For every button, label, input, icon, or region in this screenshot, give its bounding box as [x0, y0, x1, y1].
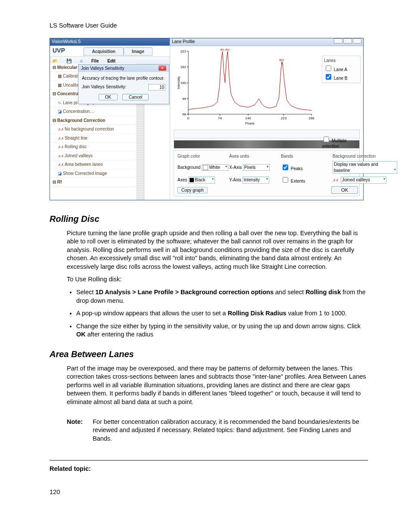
rolling-disc-p1: Picture turning the lane profile graph u… [67, 229, 368, 271]
tab-acquisition[interactable]: Acquisition [84, 47, 123, 56]
svg-text:140: 140 [245, 116, 251, 120]
item-show-corrected-image[interactable]: ◪Show Corrected Image [50, 169, 136, 178]
area-between-p1: Part of the image may be overexposed, an… [67, 364, 368, 407]
ok-button[interactable]: OK [99, 94, 118, 100]
svg-text:B1: B1 [221, 49, 225, 51]
item-no-bg-correction[interactable]: ∧∧No background correction [50, 125, 136, 134]
hdr-bg-correction: Background correction [333, 153, 397, 159]
lane-profile-chart: 5899140182223074140223288PixelsIntensity… [176, 49, 314, 126]
rolling-disc-bullet-1: Select 1D Analysis > Lane Profile > Back… [76, 288, 368, 305]
svg-text:74: 74 [218, 116, 222, 120]
axes-color-select[interactable]: Black [188, 177, 215, 184]
svg-text:Pixels: Pixels [245, 121, 254, 125]
app-screenshot: VisionWorksLS UVP Acquisition Image 📂 💾 … [50, 38, 364, 200]
panel-ok-button[interactable]: OK [331, 186, 358, 194]
svg-text:Intensity: Intensity [177, 76, 181, 89]
popup-title: Join Valleys Sensitivity [81, 65, 124, 72]
popup-label: Join Valleys Sensitivity: [82, 84, 126, 89]
peaks-checkbox[interactable]: Peaks [281, 166, 303, 171]
xaxis-select[interactable]: Pixels [243, 164, 270, 171]
item-rolling-disc[interactable]: ∧∧Rolling disc [50, 143, 136, 152]
bg-color-select[interactable]: White [202, 164, 228, 171]
yaxis-select[interactable]: Intensity [243, 177, 269, 184]
rolling-disc-bullet-2: A pop-up window appears that allows the … [76, 309, 368, 318]
item-joined-valleys[interactable]: ∧∧Joined vallleys [50, 152, 136, 161]
axes-label: Axes [177, 177, 187, 182]
bg-correction-select[interactable]: Joined vallleys [341, 177, 386, 184]
display-raw-select[interactable]: Display raw values and baseline [333, 161, 397, 174]
yaxis-label: Y-Axis [229, 177, 241, 182]
panel-title: Lane Profile [172, 39, 195, 45]
join-valleys-popup: Join Valleys Sensitivity ✕ Accuracy of t… [78, 64, 169, 105]
item-concentration[interactable]: ◪Concentration… [50, 107, 136, 116]
tab-image[interactable]: Image [124, 47, 153, 56]
hdr-bands: Bands [281, 153, 333, 159]
section-rf[interactable]: ⊟ Rf [50, 178, 136, 187]
app-title: VisionWorksLS [52, 39, 81, 45]
sensitivity-input[interactable] [148, 84, 165, 90]
popup-description: Accuracy of tracing the lane profile con… [82, 75, 165, 81]
svg-text:0: 0 [187, 116, 190, 120]
lane-b-checkbox[interactable]: Lane B [324, 73, 358, 81]
item-straight-line[interactable]: ∧∧Straight line [50, 134, 136, 143]
heading-area-between-lanes: Area Between Lanes [50, 348, 368, 360]
extents-checkbox[interactable]: Extents [281, 179, 305, 184]
svg-text:140: 140 [181, 81, 187, 85]
uvp-logo: UVP [53, 47, 65, 54]
chart-area: 5899140182223074140223288PixelsIntensity… [170, 46, 363, 128]
multiple-selection-checkbox[interactable]: Multiple selection [322, 135, 361, 149]
rolling-disc-p2: To Use Rolling disk: [67, 275, 368, 284]
section-bg-correction[interactable]: ⊟ Background Correction [50, 116, 136, 125]
xaxis-label: X-Axis [229, 165, 242, 170]
page-number: 120 [50, 488, 368, 497]
heading-rolling-disc: Rolling Disc [50, 213, 368, 225]
hdr-axes-units: Axes units [229, 153, 281, 159]
lanes-box: Lanes Lane A Lane B [322, 56, 361, 84]
lane-a-checkbox[interactable]: Lane A [324, 64, 358, 73]
related-topic: Related topic: [50, 465, 368, 473]
copy-graph-button[interactable]: Copy graph [177, 187, 208, 193]
page-header: LS Software User Guide [50, 22, 368, 30]
window-buttons[interactable] [333, 38, 361, 45]
svg-text:B3: B3 [280, 58, 284, 62]
hdr-graph-color: Graph color [177, 153, 229, 159]
svg-text:288: 288 [308, 116, 314, 120]
svg-text:58: 58 [182, 112, 186, 116]
item-area-between-lanes[interactable]: ∧∧Area between lanes [50, 160, 136, 169]
bg-label: Background [177, 165, 200, 170]
rolling-disc-bullet-3: Change the size either by typing in the … [76, 322, 368, 339]
svg-text:B2: B2 [225, 49, 230, 51]
note-text: For better concentration calibration acc… [93, 418, 368, 443]
svg-text:99: 99 [182, 96, 186, 100]
note-row: Note: For better concentration calibrati… [67, 418, 368, 443]
lane-profile-panel: Lane Profile 5899140182223074140223288Pi… [170, 38, 363, 200]
svg-text:223: 223 [181, 50, 187, 53]
svg-text:182: 182 [181, 65, 187, 69]
svg-text:223: 223 [281, 116, 287, 120]
cancel-button[interactable]: Cancel [122, 94, 149, 100]
divider [50, 460, 368, 460]
lanes-header: Lanes [324, 58, 358, 64]
close-icon[interactable]: ✕ [159, 65, 166, 71]
